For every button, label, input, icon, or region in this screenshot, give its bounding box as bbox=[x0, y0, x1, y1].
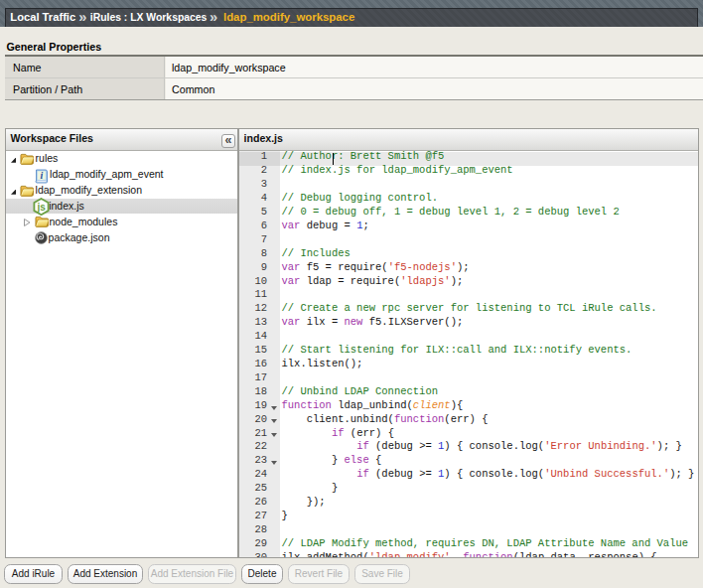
svg-text:js: js bbox=[36, 201, 46, 212]
svg-text:i: i bbox=[40, 170, 43, 181]
